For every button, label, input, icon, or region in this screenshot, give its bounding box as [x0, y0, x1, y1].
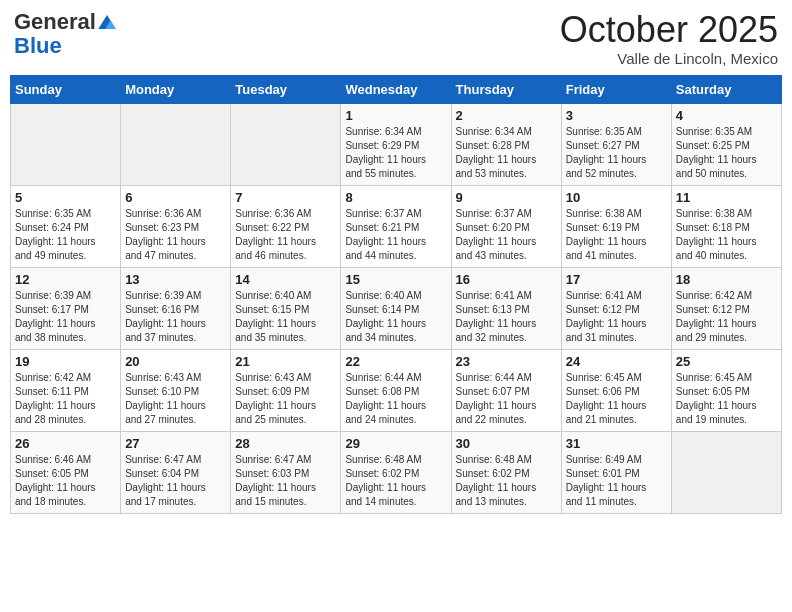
calendar-cell: 14Sunrise: 6:40 AM Sunset: 6:15 PM Dayli… — [231, 267, 341, 349]
calendar-cell: 22Sunrise: 6:44 AM Sunset: 6:08 PM Dayli… — [341, 349, 451, 431]
page-header: General Blue October 2025 Valle de Linco… — [10, 10, 782, 67]
logo-icon — [98, 15, 116, 29]
header-cell-monday: Monday — [121, 75, 231, 103]
day-number: 7 — [235, 190, 336, 205]
day-number: 24 — [566, 354, 667, 369]
calendar-cell: 3Sunrise: 6:35 AM Sunset: 6:27 PM Daylig… — [561, 103, 671, 185]
day-number: 14 — [235, 272, 336, 287]
day-info: Sunrise: 6:39 AM Sunset: 6:17 PM Dayligh… — [15, 289, 116, 345]
day-info: Sunrise: 6:48 AM Sunset: 6:02 PM Dayligh… — [456, 453, 557, 509]
day-number: 27 — [125, 436, 226, 451]
day-number: 28 — [235, 436, 336, 451]
calendar-cell: 9Sunrise: 6:37 AM Sunset: 6:20 PM Daylig… — [451, 185, 561, 267]
day-number: 1 — [345, 108, 446, 123]
calendar-cell: 16Sunrise: 6:41 AM Sunset: 6:13 PM Dayli… — [451, 267, 561, 349]
calendar-header-row: SundayMondayTuesdayWednesdayThursdayFrid… — [11, 75, 782, 103]
day-number: 6 — [125, 190, 226, 205]
month-title: October 2025 — [560, 10, 778, 50]
calendar-cell: 1Sunrise: 6:34 AM Sunset: 6:29 PM Daylig… — [341, 103, 451, 185]
day-number: 5 — [15, 190, 116, 205]
day-info: Sunrise: 6:37 AM Sunset: 6:20 PM Dayligh… — [456, 207, 557, 263]
calendar-cell — [11, 103, 121, 185]
day-number: 8 — [345, 190, 446, 205]
day-number: 9 — [456, 190, 557, 205]
day-number: 20 — [125, 354, 226, 369]
header-cell-tuesday: Tuesday — [231, 75, 341, 103]
day-number: 13 — [125, 272, 226, 287]
day-info: Sunrise: 6:38 AM Sunset: 6:18 PM Dayligh… — [676, 207, 777, 263]
calendar-week-4: 19Sunrise: 6:42 AM Sunset: 6:11 PM Dayli… — [11, 349, 782, 431]
logo: General Blue — [14, 10, 116, 58]
day-info: Sunrise: 6:40 AM Sunset: 6:15 PM Dayligh… — [235, 289, 336, 345]
calendar-week-3: 12Sunrise: 6:39 AM Sunset: 6:17 PM Dayli… — [11, 267, 782, 349]
day-info: Sunrise: 6:39 AM Sunset: 6:16 PM Dayligh… — [125, 289, 226, 345]
calendar-cell: 10Sunrise: 6:38 AM Sunset: 6:19 PM Dayli… — [561, 185, 671, 267]
day-info: Sunrise: 6:38 AM Sunset: 6:19 PM Dayligh… — [566, 207, 667, 263]
calendar-cell: 31Sunrise: 6:49 AM Sunset: 6:01 PM Dayli… — [561, 431, 671, 513]
day-info: Sunrise: 6:43 AM Sunset: 6:09 PM Dayligh… — [235, 371, 336, 427]
day-number: 3 — [566, 108, 667, 123]
calendar-cell: 15Sunrise: 6:40 AM Sunset: 6:14 PM Dayli… — [341, 267, 451, 349]
day-info: Sunrise: 6:35 AM Sunset: 6:27 PM Dayligh… — [566, 125, 667, 181]
day-info: Sunrise: 6:42 AM Sunset: 6:12 PM Dayligh… — [676, 289, 777, 345]
calendar-cell: 8Sunrise: 6:37 AM Sunset: 6:21 PM Daylig… — [341, 185, 451, 267]
day-info: Sunrise: 6:47 AM Sunset: 6:04 PM Dayligh… — [125, 453, 226, 509]
day-number: 22 — [345, 354, 446, 369]
calendar-cell: 26Sunrise: 6:46 AM Sunset: 6:05 PM Dayli… — [11, 431, 121, 513]
calendar-cell: 23Sunrise: 6:44 AM Sunset: 6:07 PM Dayli… — [451, 349, 561, 431]
calendar-week-1: 1Sunrise: 6:34 AM Sunset: 6:29 PM Daylig… — [11, 103, 782, 185]
calendar-cell: 20Sunrise: 6:43 AM Sunset: 6:10 PM Dayli… — [121, 349, 231, 431]
calendar-cell: 17Sunrise: 6:41 AM Sunset: 6:12 PM Dayli… — [561, 267, 671, 349]
calendar-body: 1Sunrise: 6:34 AM Sunset: 6:29 PM Daylig… — [11, 103, 782, 513]
day-number: 31 — [566, 436, 667, 451]
calendar-cell: 2Sunrise: 6:34 AM Sunset: 6:28 PM Daylig… — [451, 103, 561, 185]
calendar-cell: 13Sunrise: 6:39 AM Sunset: 6:16 PM Dayli… — [121, 267, 231, 349]
day-info: Sunrise: 6:34 AM Sunset: 6:29 PM Dayligh… — [345, 125, 446, 181]
calendar-cell: 18Sunrise: 6:42 AM Sunset: 6:12 PM Dayli… — [671, 267, 781, 349]
day-info: Sunrise: 6:36 AM Sunset: 6:23 PM Dayligh… — [125, 207, 226, 263]
calendar-cell — [671, 431, 781, 513]
calendar-cell: 19Sunrise: 6:42 AM Sunset: 6:11 PM Dayli… — [11, 349, 121, 431]
header-cell-wednesday: Wednesday — [341, 75, 451, 103]
header-cell-sunday: Sunday — [11, 75, 121, 103]
calendar-cell: 25Sunrise: 6:45 AM Sunset: 6:05 PM Dayli… — [671, 349, 781, 431]
day-number: 17 — [566, 272, 667, 287]
day-number: 30 — [456, 436, 557, 451]
day-info: Sunrise: 6:48 AM Sunset: 6:02 PM Dayligh… — [345, 453, 446, 509]
day-number: 16 — [456, 272, 557, 287]
day-info: Sunrise: 6:47 AM Sunset: 6:03 PM Dayligh… — [235, 453, 336, 509]
day-number: 15 — [345, 272, 446, 287]
day-info: Sunrise: 6:36 AM Sunset: 6:22 PM Dayligh… — [235, 207, 336, 263]
day-info: Sunrise: 6:41 AM Sunset: 6:13 PM Dayligh… — [456, 289, 557, 345]
day-info: Sunrise: 6:37 AM Sunset: 6:21 PM Dayligh… — [345, 207, 446, 263]
day-info: Sunrise: 6:43 AM Sunset: 6:10 PM Dayligh… — [125, 371, 226, 427]
calendar-cell: 11Sunrise: 6:38 AM Sunset: 6:18 PM Dayli… — [671, 185, 781, 267]
title-block: October 2025 Valle de Lincoln, Mexico — [560, 10, 778, 67]
calendar-cell: 30Sunrise: 6:48 AM Sunset: 6:02 PM Dayli… — [451, 431, 561, 513]
day-info: Sunrise: 6:35 AM Sunset: 6:25 PM Dayligh… — [676, 125, 777, 181]
calendar-cell: 5Sunrise: 6:35 AM Sunset: 6:24 PM Daylig… — [11, 185, 121, 267]
calendar-cell: 6Sunrise: 6:36 AM Sunset: 6:23 PM Daylig… — [121, 185, 231, 267]
calendar-cell: 27Sunrise: 6:47 AM Sunset: 6:04 PM Dayli… — [121, 431, 231, 513]
day-number: 2 — [456, 108, 557, 123]
calendar-cell: 21Sunrise: 6:43 AM Sunset: 6:09 PM Dayli… — [231, 349, 341, 431]
logo-blue: Blue — [14, 34, 116, 58]
day-number: 10 — [566, 190, 667, 205]
day-number: 23 — [456, 354, 557, 369]
header-cell-thursday: Thursday — [451, 75, 561, 103]
calendar-cell: 24Sunrise: 6:45 AM Sunset: 6:06 PM Dayli… — [561, 349, 671, 431]
day-info: Sunrise: 6:40 AM Sunset: 6:14 PM Dayligh… — [345, 289, 446, 345]
calendar-cell: 12Sunrise: 6:39 AM Sunset: 6:17 PM Dayli… — [11, 267, 121, 349]
calendar-cell — [121, 103, 231, 185]
calendar-cell: 28Sunrise: 6:47 AM Sunset: 6:03 PM Dayli… — [231, 431, 341, 513]
day-number: 12 — [15, 272, 116, 287]
calendar-cell: 4Sunrise: 6:35 AM Sunset: 6:25 PM Daylig… — [671, 103, 781, 185]
calendar-week-2: 5Sunrise: 6:35 AM Sunset: 6:24 PM Daylig… — [11, 185, 782, 267]
day-info: Sunrise: 6:42 AM Sunset: 6:11 PM Dayligh… — [15, 371, 116, 427]
header-cell-friday: Friday — [561, 75, 671, 103]
day-info: Sunrise: 6:35 AM Sunset: 6:24 PM Dayligh… — [15, 207, 116, 263]
day-number: 25 — [676, 354, 777, 369]
day-number: 11 — [676, 190, 777, 205]
calendar-cell — [231, 103, 341, 185]
day-info: Sunrise: 6:45 AM Sunset: 6:05 PM Dayligh… — [676, 371, 777, 427]
